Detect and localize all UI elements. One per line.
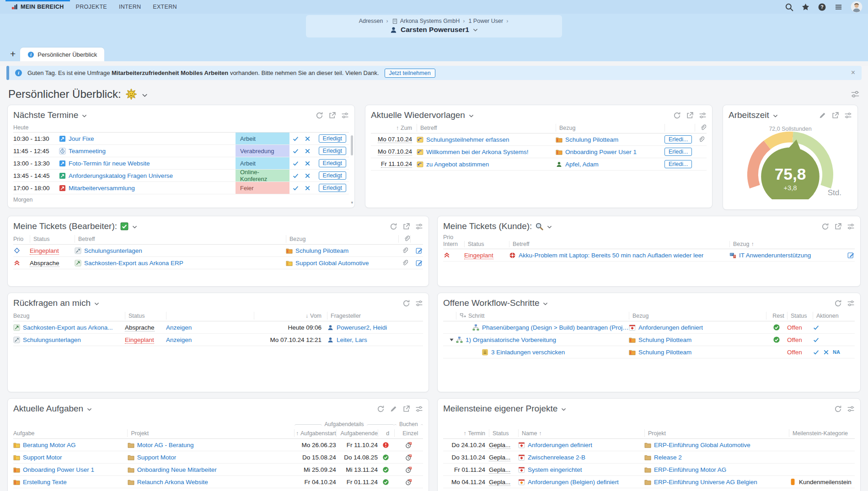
task-link[interactable]: Beratung Motor AG: [23, 442, 76, 448]
column-betreff[interactable]: Betreff: [417, 124, 556, 132]
milestone-row[interactable]: Do 24.10.24 Gepla... Anforderungen defin…: [443, 439, 855, 451]
take-survey-button[interactable]: Jetzt teilnehmen: [385, 69, 435, 78]
column-prio-intern[interactable]: PrioIntern: [443, 234, 464, 247]
refresh-icon[interactable]: [821, 223, 829, 230]
erledigt-button[interactable]: Erledi...: [664, 160, 692, 168]
project-link[interactable]: Release 2: [654, 454, 682, 461]
breadcrumb-current[interactable]: Carsten Poweruser1: [316, 26, 552, 34]
nav-item[interactable]: EXTERN: [147, 0, 183, 14]
edit-icon[interactable]: [416, 247, 423, 254]
milestone-link[interactable]: Zwischenrelease 2-B: [528, 454, 585, 461]
column-status[interactable]: Status: [489, 429, 518, 437]
column-status[interactable]: Status: [30, 235, 75, 243]
nav-item[interactable]: MEIN BEREICH: [5, 0, 70, 14]
workflow-step-row[interactable]: 1) Organisatorische Vorbereitung Schulun…: [443, 334, 855, 346]
column-prio[interactable]: Prio: [13, 235, 30, 243]
breadcrumb-link[interactable]: Adressen: [359, 18, 383, 24]
person-link[interactable]: Poweruser2, Heidi: [337, 324, 387, 331]
chevron-down-icon[interactable]: [81, 113, 87, 119]
step-link[interactable]: 1) Organisatorische Vorbereitung: [466, 336, 556, 343]
sliders-icon[interactable]: [341, 112, 349, 119]
step-link[interactable]: 3 Einladungen verschicken: [491, 349, 565, 356]
chevron-down-icon[interactable]: [547, 224, 552, 230]
appointment-link[interactable]: Mitarbeiterversammlung: [69, 185, 135, 192]
anzeigen-link[interactable]: Anzeigen: [166, 324, 192, 331]
task-row[interactable]: Support Motor Support Motor Do 15.08.24 …: [13, 451, 423, 464]
column-aktionen[interactable]: Aktionen: [813, 312, 855, 320]
menu-icon[interactable]: [834, 3, 843, 11]
check-blue-icon[interactable]: [813, 349, 820, 356]
x-icon[interactable]: [304, 185, 311, 192]
project-link[interactable]: Relaunch Arkona Website: [137, 479, 208, 486]
column-projekt[interactable]: Projekt: [127, 429, 294, 437]
pencil-icon[interactable]: [819, 112, 826, 119]
project-link[interactable]: Support Motor: [137, 454, 177, 461]
scroll-down-icon[interactable]: ▾: [351, 200, 353, 205]
chevron-down-icon[interactable]: [86, 406, 92, 412]
sliders-icon[interactable]: [699, 112, 707, 119]
sliders-icon[interactable]: [415, 405, 423, 413]
task-link[interactable]: Support Motor: [23, 454, 62, 461]
appointment-link[interactable]: Teammeeting: [69, 148, 106, 155]
step-link[interactable]: Phasenübergang (Design > Build) beantrag…: [482, 324, 629, 331]
task-row[interactable]: Beratung Motor AG Motor AG - Beratung Mo…: [13, 439, 423, 451]
collapse-tri-icon[interactable]: [449, 337, 455, 343]
column-betreff[interactable]: Betreff: [75, 235, 286, 243]
bezug-link[interactable]: Schulung Pilotteam: [565, 136, 618, 143]
action-na[interactable]: NA: [833, 349, 840, 355]
edit-icon[interactable]: [416, 259, 423, 267]
column-bezug[interactable]: Bezug: [286, 235, 398, 243]
milestone-link[interactable]: Anforderungen definiert: [528, 442, 592, 448]
help-icon[interactable]: ?: [818, 3, 826, 11]
column-aufgabenende[interactable]: Aufgabenende: [336, 429, 378, 437]
column-zum[interactable]: ↑Zum: [371, 124, 417, 132]
milestone-status[interactable]: Gepla...: [489, 479, 510, 486]
erledigt-button[interactable]: Erledi...: [664, 135, 692, 144]
breadcrumb-link[interactable]: Arkona Systems GmbH: [400, 18, 460, 24]
column-kategorie[interactable]: Meilenstein-Kategorie: [789, 429, 855, 437]
ticket-row[interactable]: Eingeplant Schulungsunterlagen Schulung …: [13, 245, 423, 257]
open-external-icon[interactable]: [831, 112, 839, 119]
refresh-icon[interactable]: [402, 299, 410, 307]
task-row[interactable]: Erstellung Texte Relaunch Arkona Website…: [13, 476, 423, 488]
appointment-row[interactable]: 13:00 - 13:30 Foto-Termin für neue Websi…: [13, 157, 349, 170]
appointment-link[interactable]: Anforderungskatalog Fragen Universe: [69, 172, 173, 179]
chevron-down-icon[interactable]: [94, 301, 100, 307]
chevron-down-icon[interactable]: [542, 301, 548, 307]
milestone-status[interactable]: Gepla...: [489, 466, 510, 474]
stopwatch-icon[interactable]: [405, 466, 412, 473]
column-status[interactable]: Status: [787, 312, 813, 320]
question-row[interactable]: Sachkosten-Export aus Arkona... Absprach…: [13, 321, 423, 334]
followup-link[interactable]: Schulungsteilnehmer erfassen: [426, 136, 509, 143]
column-bezug[interactable]: Bezug: [13, 312, 125, 320]
ticket-link[interactable]: Akku-Problem mit Laptop: Bereits 50 min …: [519, 252, 703, 259]
ticket-status[interactable]: Eingeplant: [464, 252, 493, 259]
check-blue-icon[interactable]: [813, 324, 820, 331]
appointment-link[interactable]: Foto-Termin für neue Website: [69, 160, 150, 167]
check-icon[interactable]: [292, 160, 299, 167]
check-icon[interactable]: [292, 172, 299, 179]
column-schritt[interactable]: Schritt: [456, 312, 629, 320]
project-link[interactable]: ERP-Einführung Motor AG: [654, 466, 726, 473]
ticket-row[interactable]: Absprache Sachkosten-Export aus Arkona E…: [13, 257, 423, 269]
bezug-link[interactable]: IT Anwenderunterstützung: [739, 252, 811, 259]
search-icon[interactable]: [785, 3, 793, 11]
project-link[interactable]: Onboarding Neue Mitarbeiter: [137, 466, 217, 473]
column-bezug[interactable]: Bezug↑: [729, 241, 842, 247]
dashboard-settings-icon[interactable]: [851, 90, 860, 99]
pencil-icon[interactable]: [390, 405, 397, 413]
milestone-row[interactable]: Do 31.10.24 Gepla... Zwischenrelease 2-B…: [443, 451, 855, 464]
stopwatch-icon[interactable]: [405, 479, 412, 486]
column-betreff[interactable]: Betreff: [509, 241, 729, 247]
erledigt-button[interactable]: Erledigt: [319, 184, 346, 192]
task-row[interactable]: Onboarding Power User 1 Onboarding Neue …: [13, 464, 423, 476]
sliders-icon[interactable]: [415, 223, 423, 230]
sliders-icon[interactable]: [415, 299, 423, 307]
refresh-icon[interactable]: [377, 405, 385, 413]
erledigt-button[interactable]: Erledigt: [319, 134, 346, 143]
appointment-row[interactable]: 11:45 - 12:45 Teammeeting Verabredung Er…: [13, 145, 349, 157]
followup-row[interactable]: Mo 07.10.24 Schulungsteilnehmer erfassen…: [371, 133, 707, 146]
open-external-icon[interactable]: [402, 405, 410, 413]
chevron-down-icon[interactable]: [561, 406, 567, 412]
nav-item[interactable]: INTERN: [113, 0, 147, 14]
